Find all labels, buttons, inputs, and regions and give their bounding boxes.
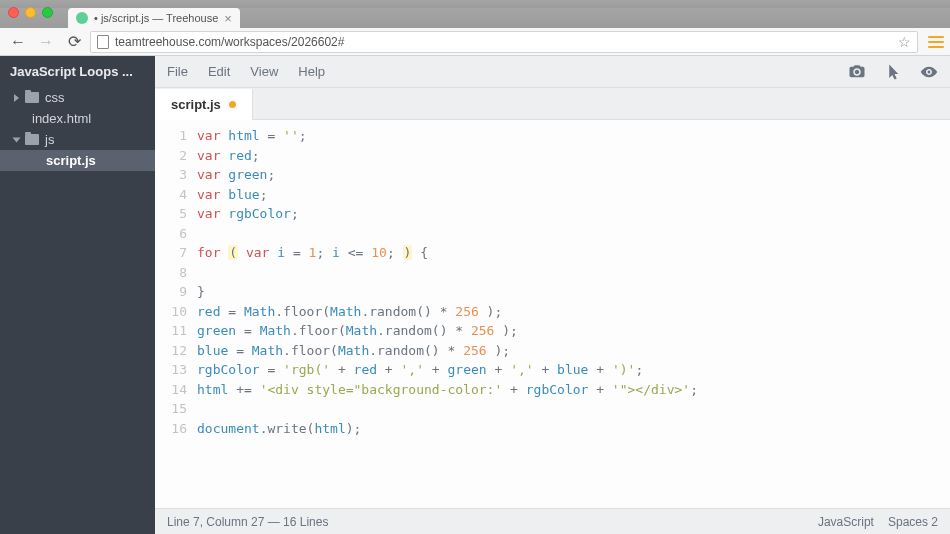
code-line[interactable]: green = Math.floor(Math.random() * 256 )…	[197, 321, 950, 341]
code-line[interactable]: rgbColor = 'rgb(' + red + ',' + green + …	[197, 360, 950, 380]
dirty-indicator-icon	[229, 101, 236, 108]
line-number: 16	[155, 419, 187, 439]
file-script-js[interactable]: script.js	[0, 150, 155, 171]
code-line[interactable]: document.write(html);	[197, 419, 950, 439]
editor-pane: File Edit View Help script.js 1234567891…	[155, 56, 950, 534]
code-line[interactable]: var rgbColor;	[197, 204, 950, 224]
project-name[interactable]: JavaScript Loops ...	[0, 56, 155, 87]
reload-button[interactable]: ⟳	[62, 30, 86, 54]
line-number: 9	[155, 282, 187, 302]
file-tree: cssindex.htmljsscript.js	[0, 87, 155, 171]
forward-button[interactable]: →	[34, 30, 58, 54]
code-line[interactable]: for ( var i = 1; i <= 10; ) {	[197, 243, 950, 263]
indent-setting[interactable]: Spaces 2	[888, 515, 938, 529]
folder-icon	[25, 92, 39, 103]
line-number: 1	[155, 126, 187, 146]
menu-edit[interactable]: Edit	[208, 64, 230, 79]
menu-file[interactable]: File	[167, 64, 188, 79]
code-line[interactable]: }	[197, 282, 950, 302]
bookmark-star-icon[interactable]: ☆	[898, 34, 911, 50]
code-line[interactable]	[197, 263, 950, 283]
tree-item-label: script.js	[46, 153, 96, 168]
line-number: 14	[155, 380, 187, 400]
line-number: 2	[155, 146, 187, 166]
line-number: 12	[155, 341, 187, 361]
close-tab-icon[interactable]: ×	[224, 11, 232, 26]
folder-css[interactable]: css	[0, 87, 155, 108]
line-number: 8	[155, 263, 187, 283]
code-editor[interactable]: 12345678910111213141516 var html = '';va…	[155, 120, 950, 508]
line-number: 13	[155, 360, 187, 380]
folder-js[interactable]: js	[0, 129, 155, 150]
code-content[interactable]: var html = '';var red;var green;var blue…	[197, 126, 950, 508]
cursor-position[interactable]: Line 7, Column 27 — 16 Lines	[167, 515, 328, 529]
browser-toolbar: ← → ⟳ teamtreehouse.com/workspaces/20266…	[0, 28, 950, 56]
code-line[interactable]: var blue;	[197, 185, 950, 205]
code-line[interactable]: blue = Math.floor(Math.random() * 256 );	[197, 341, 950, 361]
code-line[interactable]: var red;	[197, 146, 950, 166]
code-line[interactable]: red = Math.floor(Math.random() * 256 );	[197, 302, 950, 322]
browser-tabstrip: • js/script.js — Treehouse ×	[0, 8, 950, 28]
line-number: 5	[155, 204, 187, 224]
maximize-window-button[interactable]	[42, 7, 53, 18]
menu-view[interactable]: View	[250, 64, 278, 79]
page-icon	[97, 35, 109, 49]
line-number: 6	[155, 224, 187, 244]
line-number: 10	[155, 302, 187, 322]
line-number: 3	[155, 165, 187, 185]
disclosure-icon[interactable]	[13, 137, 21, 142]
code-line[interactable]: var green;	[197, 165, 950, 185]
tree-item-label: index.html	[32, 111, 91, 126]
menu-help[interactable]: Help	[298, 64, 325, 79]
camera-icon[interactable]	[848, 63, 866, 81]
url-text: teamtreehouse.com/workspaces/2026602#	[115, 35, 344, 49]
code-line[interactable]	[197, 224, 950, 244]
menubar: File Edit View Help	[155, 56, 950, 88]
back-button[interactable]: ←	[6, 30, 30, 54]
file-index-html[interactable]: index.html	[0, 108, 155, 129]
line-number: 7	[155, 243, 187, 263]
language-mode[interactable]: JavaScript	[818, 515, 874, 529]
line-number: 11	[155, 321, 187, 341]
code-line[interactable]: html += '<div style="background-color:' …	[197, 380, 950, 400]
line-gutter: 12345678910111213141516	[155, 126, 197, 508]
browser-tab[interactable]: • js/script.js — Treehouse ×	[68, 8, 240, 28]
address-bar[interactable]: teamtreehouse.com/workspaces/2026602# ☆	[90, 31, 918, 53]
code-line[interactable]: var html = '';	[197, 126, 950, 146]
ide-container: JavaScript Loops ... cssindex.htmljsscri…	[0, 56, 950, 534]
tree-item-label: js	[45, 132, 54, 147]
file-tabs: script.js	[155, 88, 950, 120]
favicon-icon	[76, 12, 88, 24]
line-number: 15	[155, 399, 187, 419]
preview-eye-icon[interactable]	[920, 63, 938, 81]
file-tab-label: script.js	[171, 97, 221, 112]
statusbar: Line 7, Column 27 — 16 Lines JavaScript …	[155, 508, 950, 534]
browser-menu-icon[interactable]	[928, 36, 944, 48]
tree-item-label: css	[45, 90, 65, 105]
close-window-button[interactable]	[8, 7, 19, 18]
browser-tab-title: • js/script.js — Treehouse	[94, 12, 218, 24]
code-line[interactable]	[197, 399, 950, 419]
window-titlebar	[0, 0, 950, 8]
folder-icon	[25, 134, 39, 145]
cursor-icon[interactable]	[884, 63, 902, 81]
file-tree-sidebar: JavaScript Loops ... cssindex.htmljsscri…	[0, 56, 155, 534]
line-number: 4	[155, 185, 187, 205]
file-tab-script[interactable]: script.js	[155, 89, 253, 120]
minimize-window-button[interactable]	[25, 7, 36, 18]
browser-chrome: • js/script.js — Treehouse × ← → ⟳ teamt…	[0, 0, 950, 56]
disclosure-icon[interactable]	[14, 94, 19, 102]
